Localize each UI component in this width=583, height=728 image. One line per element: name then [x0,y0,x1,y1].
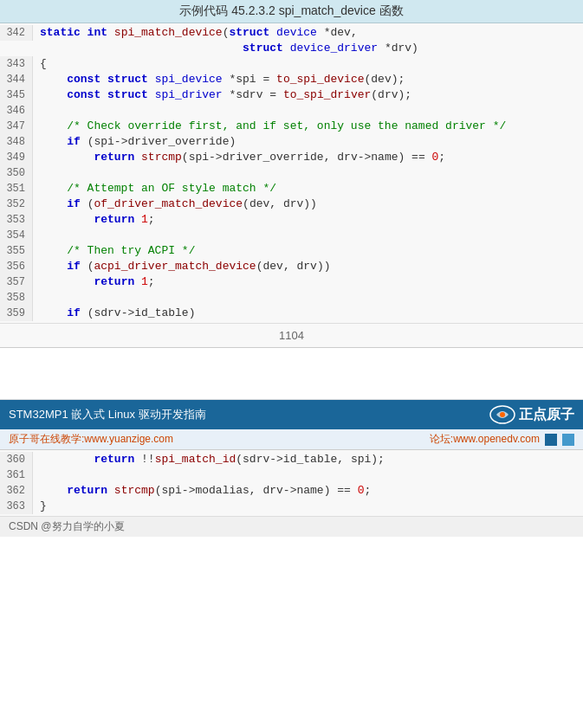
line-content: /* Attempt an OF style match */ [33,181,276,196]
line-content: } [33,499,47,514]
line-number: 359 [0,306,33,321]
code-line: 343{ [0,56,583,72]
gap-section [0,348,583,400]
subheader-right-area: 论坛:www.openedv.com [430,432,574,447]
line-number: 358 [0,290,33,306]
blue-square-1 [545,434,557,446]
line-number: 343 [0,56,33,72]
line-content: const struct spi_driver *sdrv = to_spi_d… [33,87,411,103]
code-line: 362 return strcmp(spi->modalias, drv->na… [0,483,583,499]
code-line: 353 return 1; [0,212,583,228]
code-line: 363} [0,499,583,514]
line-content: static int spi_match_device(struct devic… [33,25,358,41]
code-line: 359 if (sdrv->id_table) [0,306,583,321]
bottom-subheader: 原子哥在线教学:www.yuanzige.com 论坛:www.openedv.… [0,429,583,450]
code-line: 344 const struct spi_device *spi = to_sp… [0,72,583,87]
code-line: 354 [0,228,583,243]
line-content: if (acpi_driver_match_device(dev, drv)) [33,259,331,274]
line-number: 349 [0,150,33,165]
line-content [33,290,47,306]
logo-area: 正点原子 [489,404,574,425]
code-line: 345 const struct spi_driver *sdrv = to_s… [0,87,583,103]
code-line: 349 return strcmp(spi->driver_override, … [0,150,583,165]
line-number: 352 [0,196,33,212]
bottom-section: STM32MP1 嵌入式 Linux 驱动开发指南 正点原子 原子哥在线教学:w… [0,400,583,537]
code-line: 346 [0,103,583,119]
code-line: 350 [0,165,583,181]
line-number: 354 [0,228,33,243]
line-number: 362 [0,483,33,499]
title-bar: 示例代码 45.2.3.2 spi_match_device 函数 [0,0,583,23]
line-number: 351 [0,181,33,196]
code-line: 342static int spi_match_device(struct de… [0,25,583,41]
line-number: 357 [0,274,33,290]
top-code-block: 342static int spi_match_device(struct de… [0,23,583,323]
subheader-left: 原子哥在线教学:www.yuanzige.com [9,432,173,447]
line-number: 350 [0,165,33,181]
line-number: 347 [0,119,33,134]
line-number: 353 [0,212,33,228]
code-line: 356 if (acpi_driver_match_device(dev, dr… [0,259,583,274]
line-number: 363 [0,499,33,514]
line-number: 344 [0,72,33,87]
blue-square-2 [562,434,574,446]
line-content: if (sdrv->id_table) [33,306,195,321]
line-number: 346 [0,103,33,119]
footer-left: CSDN @努力自学的小夏 [9,519,125,534]
line-content: return strcmp(spi->driver_override, drv-… [33,150,445,165]
code-line: 351 /* Attempt an OF style match */ [0,181,583,196]
code-line: 361 [0,467,583,483]
page-number: 1104 [0,323,583,347]
line-content: return 1; [33,212,155,228]
line-number: 360 [0,452,33,467]
bottom-header-title: STM32MP1 嵌入式 Linux 驱动开发指南 [9,407,206,422]
line-content [33,467,47,483]
svg-point-1 [500,412,505,417]
line-number: 356 [0,259,33,274]
subheader-right: 论坛:www.openedv.com [430,432,540,447]
line-content: if (spi->driver_override) [33,134,236,150]
line-content: { [33,56,47,72]
line-content: /* Then try ACPI */ [33,243,195,259]
code-line: 358 [0,290,583,306]
line-content: return !!spi_match_id(sdrv->id_table, sp… [33,452,385,467]
line-content [33,228,47,243]
line-number: 348 [0,134,33,150]
code-line: 347 /* Check override first, and if set,… [0,119,583,134]
line-content: struct device_driver *drv) [33,41,418,56]
top-section: 示例代码 45.2.3.2 spi_match_device 函数 342sta… [0,0,583,348]
line-number: 361 [0,467,33,483]
bottom-footer: CSDN @努力自学的小夏 [0,516,583,537]
line-content [33,103,47,119]
code-line: 360 return !!spi_match_id(sdrv->id_table… [0,452,583,467]
code-line: struct device_driver *drv) [0,41,583,56]
bottom-code-block: 360 return !!spi_match_id(sdrv->id_table… [0,450,583,516]
code-line: 352 if (of_driver_match_device(dev, drv)… [0,196,583,212]
line-content: const struct spi_device *spi = to_spi_de… [33,72,405,87]
code-line: 348 if (spi->driver_override) [0,134,583,150]
line-number: 342 [0,25,33,41]
line-content: return 1; [33,274,155,290]
code-line: 355 /* Then try ACPI */ [0,243,583,259]
bottom-header: STM32MP1 嵌入式 Linux 驱动开发指南 正点原子 [0,400,583,429]
line-number: 345 [0,87,33,103]
line-number: 355 [0,243,33,259]
line-content: return strcmp(spi->modalias, drv->name) … [33,483,371,499]
title-text: 示例代码 45.2.3.2 spi_match_device 函数 [179,3,403,17]
line-content [33,165,47,181]
line-content: /* Check override first, and if set, onl… [33,119,506,134]
line-content: if (of_driver_match_device(dev, drv)) [33,196,317,212]
logo-text: 正点原子 [519,406,574,424]
logo-icon [489,404,515,425]
code-line: 357 return 1; [0,274,583,290]
